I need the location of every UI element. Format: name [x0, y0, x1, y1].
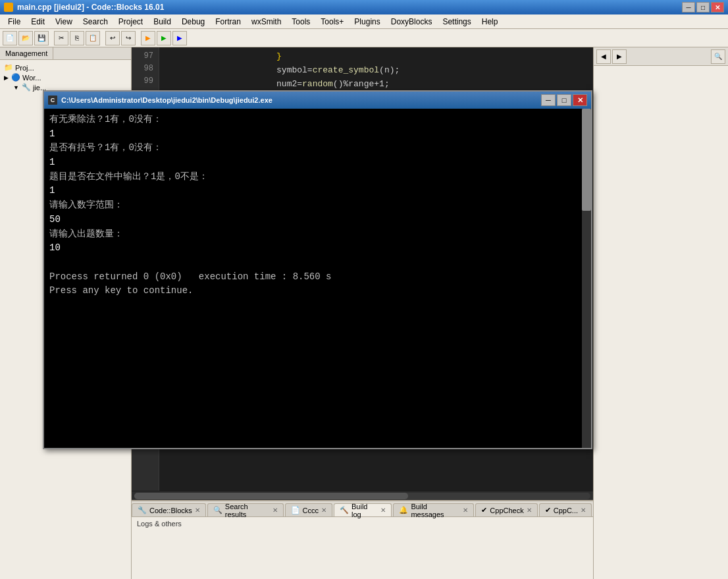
- codeblocks-tab-label: Code::Blocks: [149, 507, 192, 514]
- menu-tools[interactable]: Tools: [286, 14, 315, 28]
- cppcheck-tab-icon: ✔: [481, 506, 487, 514]
- bottom-tab-cppcheck[interactable]: ✔ CppCheck ✕: [475, 503, 537, 516]
- minimize-button[interactable]: ─: [682, 2, 695, 13]
- cccc-tab-close[interactable]: ✕: [321, 507, 326, 514]
- console-line-5: 题目是否在文件中输出？1是，0不是：: [49, 170, 586, 184]
- buildlog-tab-label: Build log: [351, 503, 378, 518]
- cppcheck-tab-label: CppCheck: [490, 507, 523, 514]
- console-maximize-button[interactable]: □: [557, 94, 571, 106]
- bottom-content: Logs & others: [132, 517, 593, 530]
- bottom-tab-codeblocks[interactable]: 🔧 Code::Blocks ✕: [132, 503, 206, 516]
- sidebar-projects-label: Proj...: [15, 64, 34, 72]
- right-toolbar-btn1[interactable]: ◀: [596, 49, 611, 64]
- cppc2-tab-icon: ✔: [545, 506, 551, 514]
- toolbar-open[interactable]: 📂: [18, 31, 33, 45]
- buildmsg-tab-icon: 🔔: [399, 506, 408, 514]
- title-bar: main.cpp [jiedui2] - Code::Blocks 16.01 …: [0, 0, 728, 14]
- bottom-tab-search[interactable]: 🔍 Search results ✕: [207, 503, 284, 516]
- toolbar-debug[interactable]: ▶: [172, 31, 187, 45]
- toolbar-redo[interactable]: ↪: [121, 31, 136, 45]
- code-line-97: }: [165, 50, 588, 64]
- menu-settings[interactable]: Settings: [437, 14, 476, 28]
- console-line-8: 50: [49, 213, 586, 227]
- right-toolbar-search[interactable]: 🔍: [711, 49, 725, 64]
- project-icon: 🔧: [22, 83, 31, 92]
- toolbar-paste[interactable]: 📋: [86, 31, 100, 45]
- menu-fortran[interactable]: Fortran: [210, 14, 246, 28]
- sidebar-tabs: Management: [0, 47, 131, 60]
- console-body: 有无乘除法？1有，0没有： 1 是否有括号？1有，0没有： 1 题目是否在文件中…: [44, 109, 591, 448]
- console-line-3: 是否有括号？1有，0没有：: [49, 141, 586, 155]
- console-line-2: 1: [49, 127, 586, 142]
- menu-debug[interactable]: Debug: [176, 14, 210, 28]
- menu-help[interactable]: Help: [477, 14, 504, 28]
- cppc2-tab-label: CppC...: [554, 507, 578, 514]
- codeblocks-tab-close[interactable]: ✕: [195, 507, 200, 514]
- workspace-icon: 🔵: [11, 73, 20, 82]
- bottom-tab-cppc2[interactable]: ✔ CppC... ✕: [539, 503, 592, 516]
- line-num-97: 97: [134, 50, 156, 63]
- toolbar: 📄 📂 💾 ✂ ⎘ 📋 ↩ ↪ ▶ ▶ ▶: [0, 29, 728, 47]
- search-tab-label: Search results: [225, 503, 270, 518]
- menu-build[interactable]: Build: [148, 14, 176, 28]
- cppc2-tab-close[interactable]: ✕: [581, 507, 586, 514]
- menu-view[interactable]: View: [50, 14, 78, 28]
- toolbar-run[interactable]: ▶: [157, 31, 171, 45]
- toolbar-cut[interactable]: ✂: [54, 31, 68, 45]
- menu-project[interactable]: Project: [113, 14, 148, 28]
- bottom-tab-cccc[interactable]: 📄 Cccc ✕: [285, 503, 332, 516]
- tree-arrow-workspace: ▶: [4, 74, 9, 81]
- tree-arrow-jiedui2: ▼: [13, 84, 19, 91]
- toolbar-build[interactable]: ▶: [141, 31, 155, 45]
- bottom-tab-buildmsg[interactable]: 🔔 Build messages ✕: [393, 503, 474, 516]
- toolbar-undo[interactable]: ↩: [105, 31, 120, 45]
- bottom-area: 🔧 Code::Blocks ✕ 🔍 Search results ✕ 📄 Cc…: [132, 500, 593, 579]
- console-line-process: Process returned 0 (0x0) execution time …: [49, 270, 586, 285]
- sidebar-item-projects[interactable]: 📁 Proj...: [3, 63, 128, 72]
- console-titlebar: C C:\Users\Administrator\Desktop\jiedui2…: [44, 92, 591, 109]
- console-line-9: 请输入出题数量：: [49, 227, 586, 242]
- cppcheck-tab-close[interactable]: ✕: [527, 507, 532, 514]
- menu-edit[interactable]: Edit: [26, 14, 50, 28]
- menu-bar: File Edit View Search Project Build Debu…: [0, 14, 728, 29]
- console-line-presskey: Press any key to continue.: [49, 284, 586, 298]
- bottom-tabs: 🔧 Code::Blocks ✕ 🔍 Search results ✕ 📄 Cc…: [132, 501, 593, 517]
- toolbar-copy[interactable]: ⎘: [70, 31, 84, 45]
- sidebar-tab-management[interactable]: Management: [0, 47, 53, 59]
- line-num-99: 99: [134, 75, 156, 88]
- console-window-controls: ─ □ ✕: [541, 94, 587, 106]
- line-num-98: 98: [134, 63, 156, 75]
- buildmsg-tab-close[interactable]: ✕: [463, 507, 468, 514]
- sidebar-item-workspace[interactable]: ▶ 🔵 Wor...: [3, 72, 128, 82]
- console-line-1: 有无乘除法？1有，0没有：: [49, 113, 586, 127]
- console-scrollbar[interactable]: [582, 109, 591, 448]
- menu-tools-plus[interactable]: Tools+: [315, 14, 349, 28]
- maximize-button[interactable]: □: [696, 2, 710, 13]
- menu-wxsmith[interactable]: wxSmith: [246, 14, 286, 28]
- console-minimize-button[interactable]: ─: [541, 94, 556, 106]
- menu-plugins[interactable]: Plugins: [349, 14, 385, 28]
- window-controls: ─ □ ✕: [682, 2, 724, 13]
- toolbar-save[interactable]: 💾: [34, 31, 49, 45]
- toolbar-new[interactable]: 📄: [3, 31, 17, 45]
- menu-file[interactable]: File: [3, 14, 26, 28]
- console-close-button[interactable]: ✕: [573, 94, 587, 106]
- close-button[interactable]: ✕: [711, 2, 724, 13]
- console-line-6: 1: [49, 184, 586, 198]
- console-line-7: 请输入数字范围：: [49, 198, 586, 213]
- projects-icon: 📁: [4, 63, 13, 72]
- bottom-tab-buildlog[interactable]: 🔨 Build log ✕: [334, 503, 392, 516]
- window-title: main.cpp [jiedui2] - Code::Blocks 16.01: [17, 3, 682, 12]
- code-line-98: symbol=create_symbol(n);: [165, 64, 588, 78]
- buildlog-tab-close[interactable]: ✕: [380, 507, 386, 514]
- codeblocks-tab-icon: 🔧: [138, 506, 147, 514]
- right-toolbar-btn2[interactable]: ▶: [612, 49, 627, 64]
- console-line-blank: [49, 256, 586, 270]
- console-line-10: 10: [49, 241, 586, 256]
- app-icon: [4, 3, 13, 12]
- right-panel: ◀ ▶ 🔍: [593, 47, 728, 579]
- menu-doxyblocks[interactable]: DoxyBlocks: [386, 14, 438, 28]
- console-title: C:\Users\Administrator\Desktop\jiedui2\b…: [61, 96, 541, 104]
- search-tab-close[interactable]: ✕: [273, 507, 278, 514]
- menu-search[interactable]: Search: [78, 14, 113, 28]
